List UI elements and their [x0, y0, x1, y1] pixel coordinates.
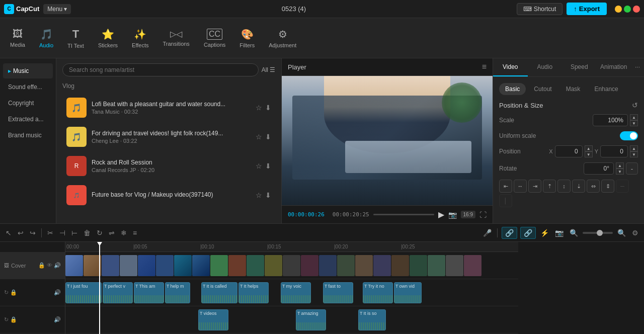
tool-adjustment[interactable]: ⚙ Adjustment [263, 25, 302, 51]
subtab-enhance[interactable]: Enhance [588, 83, 624, 95]
y-down-button[interactable]: ▼ [630, 151, 638, 157]
align-spread-h-button[interactable]: ⇔ [587, 180, 600, 193]
position-x-input[interactable] [555, 145, 583, 157]
track2-icon3[interactable]: 🔊 [54, 316, 61, 323]
audio-clip-5[interactable]: TIt is called [201, 282, 237, 303]
align-bottom-button[interactable]: ⇣ [572, 180, 585, 193]
screenshot-button[interactable]: 📷 [448, 211, 457, 219]
favorite-button-2[interactable]: ☆ [256, 133, 262, 141]
tool-captions[interactable]: CC Captions [198, 26, 231, 51]
subtab-mask[interactable]: Mask [560, 83, 587, 95]
audio2-clip-1[interactable]: Tvideos [198, 309, 228, 330]
x-up-button[interactable]: ▲ [585, 145, 593, 151]
search-input[interactable] [62, 63, 259, 76]
audio-clip-6[interactable]: TIt helps [238, 282, 269, 303]
player-menu-button[interactable]: ≡ [482, 62, 487, 71]
tool-media[interactable]: 🖼 Media [4, 25, 31, 51]
download-button-2[interactable]: ⬇ [265, 133, 271, 141]
export-button[interactable]: ↑ Export [567, 3, 607, 15]
x-down-button[interactable]: ▼ [585, 151, 593, 157]
y-up-button[interactable]: ▲ [630, 145, 638, 151]
track2-icon2[interactable]: 🔒 [10, 316, 17, 323]
music-item-4[interactable]: 🎵 Future base for Vlog / Makeup video(39… [60, 181, 277, 209]
tab-speed[interactable]: Speed [562, 58, 597, 76]
tl-zoom-slider[interactable] [583, 232, 613, 234]
track2-icon1[interactable]: ↻ [4, 316, 9, 323]
filter-button[interactable]: All ☰ [262, 66, 275, 73]
subtab-basic[interactable]: Basic [499, 83, 526, 95]
tl-link-button[interactable]: 🔗 [520, 227, 536, 239]
scale-down-button[interactable]: ▼ [630, 120, 638, 126]
tool-effects[interactable]: ✨ Effects [126, 25, 154, 51]
tl-mic-button[interactable]: 🎤 [481, 227, 493, 238]
player-timeline-bar[interactable] [373, 214, 434, 215]
tl-zoom-out-button[interactable]: 🔍 [568, 227, 580, 238]
scale-input[interactable] [593, 114, 628, 126]
rotate-minus-button[interactable]: - [626, 162, 638, 175]
audio-clip-3[interactable]: TThis am [134, 282, 164, 303]
uniform-scale-toggle[interactable] [620, 131, 638, 140]
audio-clip-9[interactable]: TTry it no [363, 282, 393, 303]
audio-clip-2[interactable]: Tperfect v [103, 282, 133, 303]
music-item-2[interactable]: 🎵 For driving and travel videos! light f… [60, 123, 277, 151]
favorite-button-1[interactable]: ☆ [256, 104, 262, 112]
tab-video[interactable]: Video [493, 58, 528, 76]
audio2-clip-3[interactable]: TIt is so [358, 309, 386, 330]
tl-split-audio-button[interactable]: ⚡ [539, 227, 550, 238]
align-center-h-button[interactable]: ↔ [514, 180, 527, 193]
eye-icon-cover[interactable]: 👁 [47, 262, 52, 269]
tl-arrange-button[interactable]: ≡ [131, 227, 138, 238]
tl-split2-button[interactable]: ⊣ [58, 227, 67, 238]
audio-clip-8[interactable]: Tfast to [323, 282, 353, 303]
tl-zoom-in-button[interactable]: 🔍 [616, 227, 627, 238]
music-item-3[interactable]: R Rock and Roll Session Canal Records JP… [60, 152, 277, 180]
tl-undo-button[interactable]: ↩ [16, 227, 25, 238]
favorite-button-3[interactable]: ☆ [256, 162, 262, 170]
tool-transitions[interactable]: ▷◁ Transitions [156, 26, 195, 50]
maximize-button[interactable] [624, 6, 631, 13]
tab-more[interactable]: ··· [631, 58, 644, 76]
tl-settings-button[interactable]: ⚙ [630, 227, 640, 238]
tl-split-button[interactable]: ✂ [46, 227, 55, 238]
fullscreen-button[interactable]: ⛶ [479, 211, 487, 219]
align-spread-v-button[interactable]: ⇕ [601, 180, 614, 193]
download-button-4[interactable]: ⬇ [265, 191, 271, 199]
tl-freeze-button[interactable]: ❄ [119, 227, 128, 238]
tl-select-button[interactable]: ↖ [4, 227, 13, 238]
tl-redo-button[interactable]: ↪ [28, 227, 37, 238]
shortcut-button[interactable]: ⌨ Shortcut [517, 3, 563, 15]
position-y-input[interactable] [600, 145, 628, 157]
tool-text[interactable]: T TI Text [61, 25, 90, 52]
audio-clip-10[interactable]: Town vid [394, 282, 422, 303]
align-top-button[interactable]: ⇡ [543, 180, 556, 193]
sidebar-item-copyright[interactable]: Copyright [3, 96, 53, 111]
download-button-1[interactable]: ⬇ [265, 104, 271, 112]
tl-loop-button[interactable]: ↻ [95, 227, 104, 238]
rotate-up-button[interactable]: ▲ [616, 162, 624, 169]
lock-icon-cover[interactable]: 🔒 [38, 262, 45, 269]
minimize-button[interactable] [615, 6, 622, 13]
menu-button[interactable]: Menu ▾ [43, 4, 71, 14]
audio-clip-1[interactable]: TI just fou [65, 282, 102, 303]
playhead[interactable] [99, 242, 100, 334]
download-button-3[interactable]: ⬇ [265, 162, 271, 170]
audio-icon-cover[interactable]: 🔊 [54, 262, 61, 269]
tl-cam-button[interactable]: 📷 [553, 227, 565, 238]
audio-clip-7[interactable]: Tmy voic [281, 282, 311, 303]
play-button[interactable]: ▶ [438, 210, 444, 219]
reset-button[interactable]: ↺ [632, 101, 638, 109]
tl-flip-button[interactable]: ⇌ [107, 227, 116, 238]
align-center-v-button[interactable]: ↕ [557, 180, 571, 193]
track1-icon2[interactable]: 🔒 [10, 289, 17, 296]
music-item-1[interactable]: 🎵 Lofi Beat with a pleasant guitar and w… [60, 94, 277, 122]
tool-audio[interactable]: 🎵 Audio [33, 25, 59, 51]
tab-animation[interactable]: Animation [597, 58, 631, 76]
tl-magnet-button[interactable]: 🔗 [502, 227, 517, 239]
close-button[interactable] [633, 6, 640, 13]
tl-delete-button[interactable]: 🗑 [82, 227, 92, 238]
sidebar-item-extracted[interactable]: Extracted a... [3, 112, 53, 127]
sidebar-item-music[interactable]: ▶ Music [3, 63, 53, 78]
tab-audio[interactable]: Audio [528, 58, 562, 76]
subtab-cutout[interactable]: Cutout [528, 83, 557, 95]
track1-icon3[interactable]: 🔊 [54, 289, 61, 296]
